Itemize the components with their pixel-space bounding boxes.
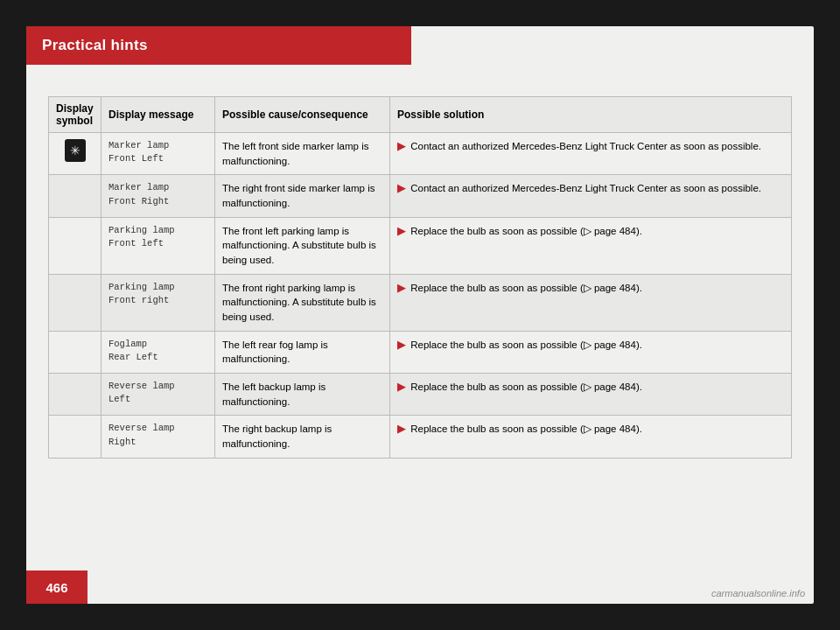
cause-cell: The left backup lamp is malfunctioning. [215,374,390,416]
table-row: Parking lamp Front leftThe front left pa… [49,217,792,274]
symbol-cell [49,374,102,416]
message-cell: Parking lamp Front right [102,274,215,331]
solution-cell: ▶ Contact an authorized Mercedes-Benz Li… [390,133,792,175]
table-row: Parking lamp Front rightThe front right … [49,274,792,331]
cause-cell: The left front side marker lamp is malfu… [215,133,390,175]
col-header-cause: Possible cause/consequence [215,97,390,133]
symbol-cell [49,175,102,217]
bullet-icon: ▶ [397,340,408,350]
col-header-solution: Possible solution [390,97,792,133]
message-cell: Reverse lamp Left [102,374,215,416]
cause-cell: The front right parking lamp is malfunct… [215,274,390,331]
cause-cell: The right front side marker lamp is malf… [215,175,390,217]
bullet-icon: ▶ [397,382,408,392]
symbol-cell: ✳ [49,133,102,175]
table-row: Reverse lamp RightThe right backup lamp … [49,416,792,458]
cause-cell: The right backup lamp is malfunctioning. [215,416,390,458]
page-number-box: 466 [26,570,88,604]
solution-cell: ▶ Replace the bulb as soon as possible (… [390,217,792,274]
symbol-cell [49,217,102,274]
table-row: Marker lamp Front RightThe right front s… [49,175,792,217]
table-header-row: Display symbol Display message Possible … [49,97,792,133]
message-cell: Marker lamp Front Right [102,175,215,217]
solution-cell: ▶ Contact an authorized Mercedes-Benz Li… [390,175,792,217]
watermark: carmanualsonline.info [711,588,805,598]
symbol-cell [49,274,102,331]
lamp-icon: ✳ [65,139,86,162]
bullet-icon: ▶ [397,141,408,151]
symbol-cell [49,331,102,373]
main-table-container: Display symbol Display message Possible … [48,96,792,458]
message-cell: Marker lamp Front Left [102,133,215,175]
header-bar: Practical hints [26,26,411,65]
bullet-icon: ▶ [397,424,408,434]
message-cell: Foglamp Rear Left [102,331,215,373]
lamp-faults-table: Display symbol Display message Possible … [48,96,792,458]
cause-cell: The front left parking lamp is malfuncti… [215,217,390,274]
page-title: Practical hints [42,37,148,54]
solution-cell: ▶ Replace the bulb as soon as possible (… [390,331,792,373]
solution-cell: ▶ Replace the bulb as soon as possible (… [390,416,792,458]
table-row: ✳Marker lamp Front LeftThe left front si… [49,133,792,175]
table-row: Foglamp Rear LeftThe left rear fog lamp … [49,331,792,373]
table-row: Reverse lamp LeftThe left backup lamp is… [49,374,792,416]
page-number: 466 [46,580,67,595]
col-header-symbol: Display symbol [49,97,102,133]
symbol-cell [49,416,102,458]
message-cell: Parking lamp Front left [102,217,215,274]
solution-cell: ▶ Replace the bulb as soon as possible (… [390,374,792,416]
bullet-icon: ▶ [397,226,408,236]
solution-cell: ▶ Replace the bulb as soon as possible (… [390,274,792,331]
message-cell: Reverse lamp Right [102,416,215,458]
col-header-message: Display message [102,97,215,133]
cause-cell: The left rear fog lamp is malfunctioning… [215,331,390,373]
bullet-icon: ▶ [397,183,408,193]
bullet-icon: ▶ [397,283,408,293]
